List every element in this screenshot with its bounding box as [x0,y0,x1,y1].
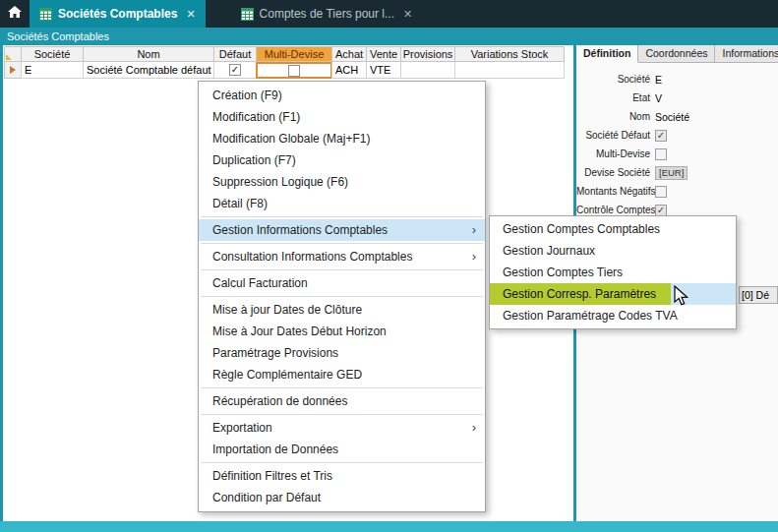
menu-item[interactable]: Consultation Informations Comptables› [199,246,485,267]
bottom-bar [0,521,778,532]
document-tab[interactable]: Sociétés Comptables✕ [30,0,206,28]
menu-separator [201,462,483,463]
cell-multi-devise[interactable] [256,62,332,79]
menu-item-label: Modification (F1) [212,110,300,124]
menu-item[interactable]: Mise à jour Dates de Clôture [199,299,485,321]
close-icon[interactable]: ✕ [186,8,195,21]
cell-variations-stock[interactable] [454,62,565,79]
submenu-item[interactable]: Gestion Comptes Comptables [490,218,736,240]
menu-item[interactable]: Définition Filtres et Tris [199,465,485,487]
document-tabs: Sociétés Comptables✕Comptes de Tiers pou… [30,0,422,28]
menu-item-label: Gestion Informations Comptables [212,223,388,237]
menu-item[interactable]: Récupération de données [199,390,485,412]
field-value: E [655,74,662,86]
table-row[interactable]: ESociété Comptable défaut✓ACHVTE [4,62,565,79]
window-title-bar: Sociétés Comptables [0,28,778,45]
tab-label: Sociétés Comptables [58,7,177,21]
submenu-item[interactable]: Gestion Paramétrage Codes TVA [490,305,736,326]
cell-provisions[interactable] [400,62,455,79]
field-checkbox[interactable]: ✓ [655,205,667,216]
column-header-nom[interactable]: Nom [83,46,214,62]
menu-item[interactable]: Duplication (F7) [199,149,485,171]
field-label: Société Défaut [576,130,655,141]
menu-item[interactable]: Gestion Informations Comptables› [199,219,485,241]
form-row: SociétéE [576,70,778,89]
cell-achat[interactable]: ACH [331,62,367,79]
field-checkbox[interactable] [655,186,667,198]
cell-vente[interactable]: VTE [366,62,401,79]
field-label: Contrôle Comptes [576,205,655,215]
submenu-item[interactable]: Gestion Corresp. Paramètres [490,283,736,305]
form-row: NomSociété [576,107,778,126]
menu-item[interactable]: Calcul Facturation [199,272,485,294]
menu-item[interactable]: Détail (F8) [199,193,485,214]
menu-item-label: Condition par Défaut [212,491,321,504]
multi-devise-checkbox[interactable] [288,65,300,77]
submenu-item-label: Gestion Comptes Comptables [503,222,660,236]
menu-item-label: Mise à Jour Dates Début Horizon [212,325,387,338]
devise-button[interactable]: [EUR] [655,166,688,180]
submenu-item-label: Gestion Comptes Tiers [503,266,623,279]
row-selector-cell[interactable] [4,62,22,79]
document-tab[interactable]: Comptes de Tiers pour l...✕ [231,0,423,28]
menu-item-label: Paramétrage Provisions [212,346,338,360]
menu-item[interactable]: Modification (F1) [199,106,485,128]
menu-item[interactable]: Règle Complémentaire GED [199,364,485,385]
menu-item[interactable]: Modification Globale (Maj+F1) [199,128,485,149]
field-checkbox[interactable]: ✓ [655,130,667,142]
field-label: Etat [576,92,655,103]
panel-tab-d-finition[interactable]: Définition [576,45,638,63]
menu-item-label: Règle Complémentaire GED [212,368,362,382]
menu-item-label: Récupération de données [212,394,347,408]
submenu-item[interactable]: Gestion Comptes Tiers [490,262,736,283]
cell-defaut[interactable]: ✓ [213,62,257,79]
menu-item-label: Définition Filtres et Tris [212,469,332,483]
menu-item[interactable]: Suppression Logique (F6) [199,171,485,193]
field-label: Devise Société [576,167,655,178]
form-row: EtatV [576,89,778,107]
column-header-vente[interactable]: Vente [366,46,401,62]
page-title: Sociétés Comptables [7,30,109,42]
menu-item[interactable]: Exportation› [199,417,485,439]
menu-item-label: Calcul Facturation [212,276,308,290]
definition-form: SociétéEEtatVNomSociétéSociété Défaut✓Mu… [576,63,778,219]
menu-separator [201,216,483,217]
column-header-provisions[interactable]: Provisions [400,46,455,62]
column-header-variations-stock[interactable]: Variations Stock [454,46,565,62]
form-row: Multi-Devise [576,145,778,163]
home-button[interactable] [0,0,30,28]
column-header-achat[interactable]: Achat [331,46,367,62]
close-icon[interactable]: ✕ [403,8,412,21]
menu-item-label: Duplication (F7) [212,153,296,167]
menu-separator [201,414,483,415]
menu-item-label: Mise à jour Dates de Clôture [212,303,362,317]
menu-item[interactable]: Mise à Jour Dates Début Horizon [199,321,485,342]
column-header-societe[interactable]: Société [21,46,84,62]
submenu-item-label: Gestion Corresp. Paramètres [490,283,671,305]
menu-item[interactable]: Création (F9) [199,85,485,106]
cell-societe[interactable]: E [21,62,84,79]
menu-item[interactable]: Paramétrage Provisions [199,342,485,364]
menu-item[interactable]: Condition par Défaut [199,487,485,508]
form-row: Société Défaut✓ [576,126,778,145]
field-label: Nom [576,111,655,122]
column-header-multi-devise[interactable]: Multi-Devise [256,46,332,62]
panel-tab-informations[interactable]: Informations [715,45,778,62]
menu-item-label: Exportation [212,421,272,435]
field-value: Société [655,111,689,123]
detail-panel-tabs: DéfinitionCoordonnéesInformations [576,45,778,63]
cell-nom[interactable]: Société Comptable défaut [83,62,214,79]
table-header-row: SociétéNomDéfautMulti-DeviseAchatVentePr… [4,46,565,62]
form-row: Montants Négatifs [576,182,778,201]
defaut-button-partial[interactable]: [0] Dé [739,286,778,304]
table-document-icon [39,8,52,21]
defaut-checkbox[interactable]: ✓ [229,64,241,76]
field-checkbox[interactable] [655,148,667,160]
menu-separator [201,387,483,388]
column-header-defaut[interactable]: Défaut [213,46,257,62]
selector-column-header[interactable] [4,46,22,62]
menu-item[interactable]: Importation de Données [199,439,485,460]
menu-separator [201,269,483,270]
panel-tab-coordonn-es[interactable]: Coordonnées [638,45,715,62]
submenu-item[interactable]: Gestion Journaux [490,240,736,262]
